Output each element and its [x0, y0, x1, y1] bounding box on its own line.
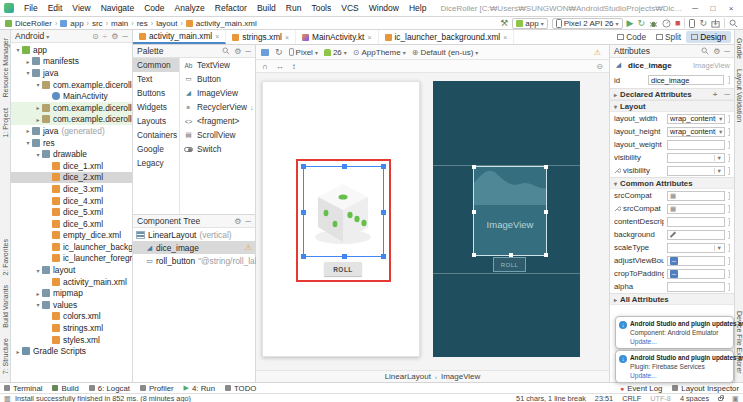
close-button[interactable]: ×: [723, 4, 739, 13]
apply-changes-icon[interactable]: ↻: [637, 18, 645, 28]
alpha-input[interactable]: [667, 282, 725, 292]
croptopadding-checkbox[interactable]: ─: [667, 269, 725, 279]
category-legacy[interactable]: Legacy: [133, 156, 179, 170]
resize-handle[interactable]: [544, 210, 548, 214]
component-linearlayout[interactable]: LinearLayout(vertical): [133, 228, 255, 241]
event-log-button[interactable]: ●Event Log: [620, 384, 662, 393]
remove-attribute-icon[interactable]: ─: [724, 90, 730, 99]
menu-edit[interactable]: Edit: [44, 2, 67, 14]
indent-setting[interactable]: 4 spaces: [680, 394, 709, 402]
background-picker[interactable]: [667, 230, 725, 240]
layout-width-select[interactable]: wrap_content▼: [667, 114, 725, 124]
resize-handle[interactable]: [472, 210, 476, 214]
menu-code[interactable]: Code: [140, 2, 168, 14]
crumb-linearlayout[interactable]: LinearLayout: [385, 372, 431, 381]
layout-weight-input[interactable]: [667, 140, 725, 150]
tree-item-package-androidtest[interactable]: ▸com.example.diceroller(androidTest): [11, 102, 132, 114]
section-declared-attributes[interactable]: ▸Declared Attributes + ─: [610, 88, 734, 100]
toolwindow-gradle[interactable]: Gradle: [736, 38, 743, 59]
blueprint-roll-button[interactable]: ROLL: [493, 257, 526, 272]
tree-item-dice3[interactable]: dice_3.xml: [11, 183, 132, 195]
category-google[interactable]: Google: [133, 142, 179, 156]
search-icon[interactable]: [222, 47, 230, 55]
resize-handle[interactable]: [381, 164, 386, 169]
crumb-project[interactable]: DiceRoller: [15, 19, 52, 28]
scroll-to-source-icon[interactable]: ⊙: [92, 32, 99, 41]
resize-handle[interactable]: [301, 164, 306, 169]
close-icon[interactable]: ×: [367, 34, 371, 41]
section-common-attributes[interactable]: ▾Common Attributes: [610, 177, 734, 189]
status-message[interactable]: Install successfully finished in 852 ms.…: [15, 394, 191, 402]
resize-handle[interactable]: [544, 165, 548, 169]
menu-view[interactable]: View: [68, 2, 94, 14]
tools-srccompat-picker[interactable]: ▦: [667, 204, 725, 214]
adjustviewbounds-checkbox[interactable]: ─: [667, 256, 725, 266]
component-imageview[interactable]: ◢ImageView: [180, 86, 257, 100]
tab-activity-main[interactable]: activity_main.xml×: [133, 30, 226, 44]
crumb-layout[interactable]: layout: [156, 19, 177, 28]
tree-item-app[interactable]: ▾app: [11, 44, 132, 56]
hide-panel-icon[interactable]: ─: [245, 47, 251, 56]
component-textview[interactable]: AbTextView: [180, 58, 257, 72]
toolwindow-profiler[interactable]: Profiler: [140, 384, 174, 393]
component-dice-image[interactable]: ◢dice_image⚠: [133, 241, 255, 254]
search-icon[interactable]: [701, 47, 709, 55]
toolwindow-terminal[interactable]: Terminal: [4, 384, 42, 393]
tree-item-ic-launcher-bg[interactable]: ic_launcher_background.xml: [11, 241, 132, 253]
device-select[interactable]: Pixel 2 API 26▾: [552, 18, 623, 29]
refresh-icon[interactable]: ↻: [275, 47, 283, 57]
menu-analyze[interactable]: Analyze: [171, 2, 209, 14]
collapse-all-icon[interactable]: ÷: [103, 32, 107, 41]
sync-project-icon[interactable]: ↻: [699, 18, 707, 28]
resize-handle[interactable]: [301, 254, 306, 259]
menu-tools[interactable]: Tools: [307, 2, 335, 14]
caret-position[interactable]: 23:51: [595, 394, 613, 402]
section-layout[interactable]: ▾Layout: [610, 100, 734, 112]
design-canvas[interactable]: ROLL ImageView: [256, 73, 609, 370]
toolwindow-run[interactable]: ▶4: Run: [184, 384, 215, 393]
tree-item-package[interactable]: ▾com.example.diceroller: [11, 79, 132, 91]
tools-visibility-select[interactable]: ▼: [667, 166, 725, 176]
tree-item-java-generated[interactable]: ▸java(generated): [11, 125, 132, 137]
tree-item-dice4[interactable]: dice_4.xml: [11, 195, 132, 207]
toolwindow-build-variants[interactable]: Build Variants: [2, 285, 9, 328]
crumb-res[interactable]: res: [137, 19, 148, 28]
maximize-button[interactable]: □: [705, 4, 721, 13]
notification-emulator-update[interactable]: ↓ Android Studio and plugin updates avai…: [615, 316, 734, 349]
gear-icon[interactable]: ⚙: [111, 32, 118, 41]
toolwindow-favorites[interactable]: 2: Favorites: [2, 239, 9, 276]
gear-icon[interactable]: ⚙: [234, 47, 241, 56]
toolwindow-build[interactable]: Build: [52, 384, 78, 393]
horizontal-arrows-icon[interactable]: ↔: [276, 62, 284, 71]
gear-icon[interactable]: ⚙: [713, 47, 720, 56]
roll-button-preview[interactable]: ROLL: [324, 262, 362, 276]
crumb-app[interactable]: app: [70, 19, 83, 28]
id-input[interactable]: dice_image: [648, 75, 724, 85]
theme-select[interactable]: ⊙AppTheme▾: [353, 48, 406, 57]
tree-item-manifests[interactable]: ▸manifests: [11, 56, 132, 68]
layout-height-select[interactable]: wrap_content▼: [667, 127, 725, 137]
build-hammer-icon[interactable]: ⚒: [500, 18, 508, 28]
srccompat-picker[interactable]: ▦: [667, 191, 725, 201]
menu-run[interactable]: Run: [282, 2, 306, 14]
preview-device-select[interactable]: Pixel▾: [289, 48, 318, 57]
category-layouts[interactable]: Layouts: [133, 114, 179, 128]
resize-handle[interactable]: [472, 165, 476, 169]
project-panel-header[interactable]: Android▾ ⊙ ÷ ⚙ ─: [11, 30, 132, 43]
warning-icon[interactable]: ⚠: [245, 243, 252, 252]
notification-firebase-update[interactable]: ↓ Android Studio and plugin updates avai…: [615, 350, 734, 383]
menu-navigate[interactable]: Navigate: [97, 2, 139, 14]
category-widgets[interactable]: Widgets: [133, 100, 179, 114]
category-text[interactable]: Text: [133, 72, 179, 86]
design-surface-icon[interactable]: [261, 49, 269, 56]
tree-item-mainactivity[interactable]: MainActivity: [11, 90, 132, 102]
tree-item-layout[interactable]: ▾layout: [11, 264, 132, 276]
category-common[interactable]: Common: [133, 58, 179, 72]
errors-panel-icon[interactable]: ⊖: [596, 62, 603, 71]
resize-handle[interactable]: [544, 253, 548, 257]
toolwindow-todo[interactable]: TODO: [225, 384, 256, 393]
view-mode-code[interactable]: Code: [612, 31, 651, 43]
render-warning-icon[interactable]: ⚠: [594, 48, 601, 57]
category-containers[interactable]: Containers: [133, 128, 179, 142]
menu-build[interactable]: Build: [253, 2, 280, 14]
